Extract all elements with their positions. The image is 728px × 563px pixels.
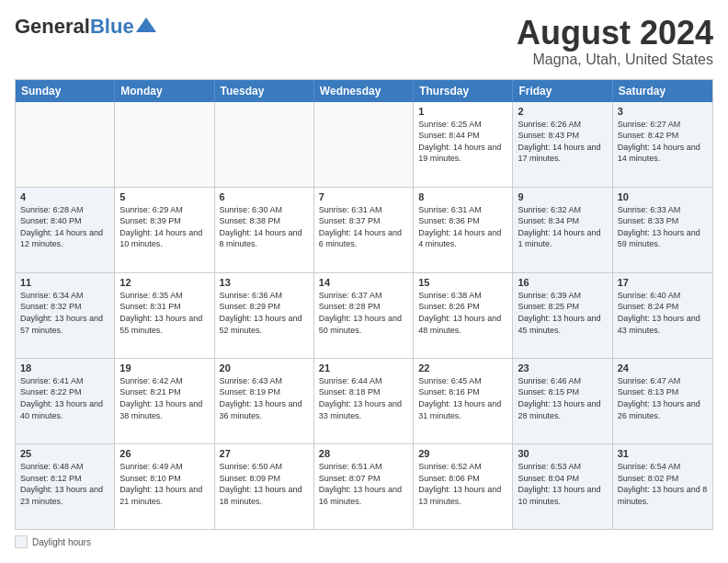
day-number: 15 <box>418 277 507 288</box>
calendar-header: Sunday Monday Tuesday Wednesday Thursday… <box>16 80 712 102</box>
day-number: 11 <box>20 277 109 288</box>
legend-box <box>15 535 28 548</box>
month-year: August 2024 <box>517 15 713 52</box>
calendar-cell: 16Sunrise: 6:39 AM Sunset: 8:25 PM Dayli… <box>513 273 612 358</box>
calendar-cell: 28Sunrise: 6:51 AM Sunset: 8:07 PM Dayli… <box>314 444 414 529</box>
logo-general: General <box>15 15 90 39</box>
day-number: 5 <box>119 191 209 202</box>
calendar-cell: 9Sunrise: 6:32 AM Sunset: 8:34 PM Daylig… <box>513 188 612 272</box>
day-info: Sunrise: 6:53 AM Sunset: 8:04 PM Dayligh… <box>518 461 607 507</box>
header: General Blue August 2024 Magna, Utah, Un… <box>15 15 713 68</box>
day-number: 20 <box>220 362 309 373</box>
day-info: Sunrise: 6:44 AM Sunset: 8:18 PM Dayligh… <box>319 375 408 421</box>
calendar: Sunday Monday Tuesday Wednesday Thursday… <box>15 79 713 530</box>
day-number: 25 <box>20 448 109 459</box>
day-number: 16 <box>518 277 607 288</box>
day-info: Sunrise: 6:33 AM Sunset: 8:33 PM Dayligh… <box>618 204 708 250</box>
day-info: Sunrise: 6:38 AM Sunset: 8:26 PM Dayligh… <box>418 290 507 336</box>
logo-icon <box>136 17 156 32</box>
day-info: Sunrise: 6:39 AM Sunset: 8:25 PM Dayligh… <box>518 290 607 336</box>
day-number: 19 <box>119 362 209 373</box>
logo-blue: Blue <box>90 15 134 39</box>
day-number: 4 <box>20 191 109 202</box>
day-number: 12 <box>119 277 209 288</box>
day-number: 1 <box>418 106 507 117</box>
day-info: Sunrise: 6:26 AM Sunset: 8:43 PM Dayligh… <box>518 119 607 165</box>
calendar-cell: 12Sunrise: 6:35 AM Sunset: 8:31 PM Dayli… <box>115 273 214 358</box>
day-number: 29 <box>418 448 507 459</box>
day-number: 7 <box>319 191 408 202</box>
calendar-cell: 4Sunrise: 6:28 AM Sunset: 8:40 PM Daylig… <box>16 188 115 272</box>
day-number: 9 <box>518 191 607 202</box>
svg-marker-0 <box>136 17 156 32</box>
day-info: Sunrise: 6:30 AM Sunset: 8:38 PM Dayligh… <box>220 204 309 250</box>
day-info: Sunrise: 6:51 AM Sunset: 8:07 PM Dayligh… <box>319 461 408 507</box>
day-info: Sunrise: 6:46 AM Sunset: 8:15 PM Dayligh… <box>518 375 607 421</box>
day-info: Sunrise: 6:36 AM Sunset: 8:29 PM Dayligh… <box>220 290 309 336</box>
day-info: Sunrise: 6:28 AM Sunset: 8:40 PM Dayligh… <box>20 204 109 250</box>
day-number: 31 <box>618 448 708 459</box>
calendar-body: 1Sunrise: 6:25 AM Sunset: 8:44 PM Daylig… <box>16 102 712 529</box>
calendar-cell: 2Sunrise: 6:26 AM Sunset: 8:43 PM Daylig… <box>513 102 612 187</box>
calendar-cell: 17Sunrise: 6:40 AM Sunset: 8:24 PM Dayli… <box>613 273 712 358</box>
day-info: Sunrise: 6:25 AM Sunset: 8:44 PM Dayligh… <box>418 119 507 165</box>
calendar-cell: 26Sunrise: 6:49 AM Sunset: 8:10 PM Dayli… <box>115 444 214 529</box>
location: Magna, Utah, United States <box>517 52 713 68</box>
calendar-cell <box>16 102 115 187</box>
header-monday: Monday <box>115 80 214 102</box>
calendar-cell: 7Sunrise: 6:31 AM Sunset: 8:37 PM Daylig… <box>314 188 414 272</box>
day-number: 2 <box>518 106 607 117</box>
calendar-cell: 8Sunrise: 6:31 AM Sunset: 8:36 PM Daylig… <box>414 188 513 272</box>
calendar-cell: 19Sunrise: 6:42 AM Sunset: 8:21 PM Dayli… <box>115 359 214 443</box>
header-saturday: Saturday <box>613 80 712 102</box>
day-info: Sunrise: 6:29 AM Sunset: 8:39 PM Dayligh… <box>119 204 209 250</box>
calendar-cell: 14Sunrise: 6:37 AM Sunset: 8:28 PM Dayli… <box>314 273 414 358</box>
day-number: 3 <box>618 106 708 117</box>
calendar-cell: 29Sunrise: 6:52 AM Sunset: 8:06 PM Dayli… <box>414 444 513 529</box>
calendar-cell: 23Sunrise: 6:46 AM Sunset: 8:15 PM Dayli… <box>513 359 612 443</box>
day-number: 17 <box>618 277 708 288</box>
header-thursday: Thursday <box>414 80 513 102</box>
day-number: 18 <box>20 362 109 373</box>
title-block: August 2024 Magna, Utah, United States <box>517 15 713 68</box>
calendar-cell: 15Sunrise: 6:38 AM Sunset: 8:26 PM Dayli… <box>414 273 513 358</box>
day-number: 27 <box>220 448 309 459</box>
header-sunday: Sunday <box>16 80 115 102</box>
day-info: Sunrise: 6:52 AM Sunset: 8:06 PM Dayligh… <box>418 461 507 507</box>
header-wednesday: Wednesday <box>314 80 414 102</box>
day-number: 8 <box>418 191 507 202</box>
day-number: 13 <box>220 277 309 288</box>
logo: General Blue <box>15 15 156 39</box>
day-number: 28 <box>319 448 408 459</box>
calendar-cell <box>215 102 314 187</box>
day-info: Sunrise: 6:54 AM Sunset: 8:02 PM Dayligh… <box>618 461 708 507</box>
calendar-cell: 11Sunrise: 6:34 AM Sunset: 8:32 PM Dayli… <box>16 273 115 358</box>
day-number: 10 <box>618 191 708 202</box>
calendar-cell <box>115 102 214 187</box>
calendar-cell: 21Sunrise: 6:44 AM Sunset: 8:18 PM Dayli… <box>314 359 414 443</box>
calendar-cell: 1Sunrise: 6:25 AM Sunset: 8:44 PM Daylig… <box>414 102 513 187</box>
day-info: Sunrise: 6:40 AM Sunset: 8:24 PM Dayligh… <box>618 290 708 336</box>
page: General Blue August 2024 Magna, Utah, Un… <box>0 0 728 563</box>
day-info: Sunrise: 6:45 AM Sunset: 8:16 PM Dayligh… <box>418 375 507 421</box>
day-info: Sunrise: 6:43 AM Sunset: 8:19 PM Dayligh… <box>220 375 309 421</box>
day-info: Sunrise: 6:32 AM Sunset: 8:34 PM Dayligh… <box>518 204 607 250</box>
calendar-cell: 6Sunrise: 6:30 AM Sunset: 8:38 PM Daylig… <box>215 188 314 272</box>
day-info: Sunrise: 6:47 AM Sunset: 8:13 PM Dayligh… <box>618 375 708 421</box>
calendar-cell: 22Sunrise: 6:45 AM Sunset: 8:16 PM Dayli… <box>414 359 513 443</box>
calendar-row: 18Sunrise: 6:41 AM Sunset: 8:22 PM Dayli… <box>16 358 712 443</box>
day-info: Sunrise: 6:37 AM Sunset: 8:28 PM Dayligh… <box>319 290 408 336</box>
day-info: Sunrise: 6:27 AM Sunset: 8:42 PM Dayligh… <box>618 119 708 165</box>
calendar-cell <box>314 102 414 187</box>
day-number: 30 <box>518 448 607 459</box>
day-info: Sunrise: 6:48 AM Sunset: 8:12 PM Dayligh… <box>20 461 109 507</box>
day-number: 14 <box>319 277 408 288</box>
day-info: Sunrise: 6:31 AM Sunset: 8:36 PM Dayligh… <box>418 204 507 250</box>
header-friday: Friday <box>513 80 612 102</box>
day-number: 26 <box>119 448 209 459</box>
legend-label: Daylight hours <box>32 537 91 547</box>
calendar-cell: 31Sunrise: 6:54 AM Sunset: 8:02 PM Dayli… <box>613 444 712 529</box>
day-info: Sunrise: 6:31 AM Sunset: 8:37 PM Dayligh… <box>319 204 408 250</box>
day-number: 6 <box>220 191 309 202</box>
calendar-cell: 25Sunrise: 6:48 AM Sunset: 8:12 PM Dayli… <box>16 444 115 529</box>
